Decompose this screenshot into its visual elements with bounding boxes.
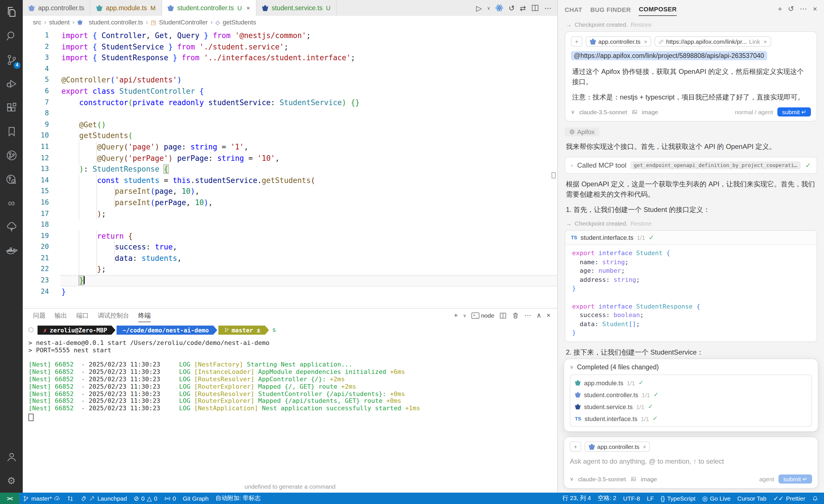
git-compare-item[interactable] [64, 493, 77, 504]
compare-changes-icon[interactable]: ⇄ [520, 4, 526, 12]
eol-item[interactable]: LF [643, 493, 657, 504]
git-history-icon[interactable] [0, 167, 23, 191]
link-pill[interactable]: https://app.apifox.com/link/pr... Link × [655, 36, 771, 46]
tab-terminal[interactable]: 终端 [138, 309, 151, 322]
tab-composer[interactable]: COMPOSER [639, 1, 677, 16]
launchpad-item[interactable]: Launchpad [77, 493, 130, 504]
encoding-item[interactable]: UTF-8 [620, 493, 644, 504]
more-icon[interactable]: ⋯ [524, 311, 531, 319]
mode-label[interactable]: agent [759, 476, 774, 482]
model-dropdown-icon[interactable]: ∨ [570, 476, 574, 482]
changed-file-student.controller.ts[interactable]: student.controller.ts1/1✓ [575, 389, 807, 401]
submit-button[interactable]: submit ↵ [778, 107, 811, 117]
terminal-body[interactable]: ✗ zeroliu@Zero-MBP ~/code/demo/nest-ai-d… [23, 322, 557, 420]
panel-close-icon[interactable]: × [546, 311, 550, 319]
settings-gear-icon[interactable]: ⚙ [0, 469, 23, 493]
tab-chat[interactable]: CHAT [565, 1, 582, 16]
files-icon[interactable] [0, 0, 23, 24]
mention-chip[interactable]: @https://app.apifox.com/link/project/589… [571, 51, 767, 60]
ports-item[interactable]: 0 [161, 493, 180, 504]
model-label[interactable]: claude-3.5-sonnet [578, 476, 626, 482]
node-terminal-item[interactable]: >_ node [472, 312, 494, 319]
editor-scrollbar[interactable] [551, 172, 555, 178]
composer-input-card[interactable]: + app.controller.ts × Ask agent to do an… [563, 436, 818, 489]
command-decoration-icon[interactable] [28, 327, 33, 333]
todo-tree-icon[interactable] [0, 215, 23, 239]
extensions-icon[interactable] [0, 96, 23, 119]
changed-file-app.module.ts[interactable]: app.module.ts1/1✓ [575, 377, 807, 389]
search-icon[interactable] [0, 24, 23, 48]
run-dropdown-icon[interactable]: ∨ [487, 5, 491, 10]
remove-pill-icon[interactable]: × [643, 443, 646, 450]
trash-icon[interactable] [512, 312, 519, 319]
breadcrumb-method[interactable]: getStudents [223, 19, 256, 26]
notifications-item[interactable] [809, 493, 822, 504]
close-tab-icon[interactable]: × [246, 5, 250, 11]
changed-file-student.service.ts[interactable]: student.service.ts1/1✓ [575, 401, 807, 412]
auto-attach-item[interactable]: 自动附加: 带标志 [212, 493, 264, 504]
cursor-position-item[interactable]: 行 23, 列 4 [559, 493, 594, 504]
breadcrumb-class[interactable]: StudentController [159, 19, 208, 26]
split-editor-icon[interactable] [531, 4, 539, 12]
image-button[interactable]: image [642, 109, 658, 115]
remove-pill-icon[interactable]: × [763, 38, 767, 45]
close-panel-icon[interactable]: × [813, 4, 817, 13]
restore-button[interactable]: Restore [631, 21, 652, 28]
model-label[interactable]: claude-3.5-sonnet [579, 109, 627, 115]
indentation-item[interactable]: 空格: 2 [594, 493, 620, 504]
bookmarks-icon[interactable] [0, 119, 23, 143]
code-card-header[interactable]: TS student.interface.ts 1/1 ✓ [565, 231, 817, 245]
infinity-icon[interactable]: ∞ [0, 191, 23, 215]
breadcrumb-src[interactable]: src [33, 19, 41, 26]
add-context-button[interactable]: + [571, 36, 582, 46]
changed-file-student.interface.ts[interactable]: TSstudent.interface.ts1/1✓ [575, 412, 807, 424]
mcp-tool-card[interactable]: › Called MCP tool get_endpoint_openapi_d… [565, 157, 817, 174]
breadcrumb-student[interactable]: student [49, 19, 70, 26]
source-control-icon[interactable]: 4 [0, 48, 23, 72]
prettier-item[interactable]: ✓✓ Prettier [770, 493, 809, 504]
breadcrumb-file[interactable]: student.controller.ts [89, 19, 143, 26]
code-editor[interactable]: 1import { Controller, Get, Query } from … [23, 28, 557, 308]
run-icon[interactable]: ▷ [476, 4, 482, 12]
tab-bug-finder[interactable]: BUG FINDER [590, 1, 631, 16]
remote-indicator[interactable]: >< [0, 493, 19, 504]
problems-item[interactable]: ⊘ 0 △ 0 [130, 493, 161, 504]
git-branch-item[interactable]: master* [19, 493, 64, 504]
tab-ports[interactable]: 端口 [76, 309, 89, 322]
new-terminal-icon[interactable]: + [454, 311, 458, 319]
restore-button[interactable]: Restore [631, 220, 652, 227]
split-terminal-icon[interactable] [499, 312, 507, 319]
account-icon[interactable] [0, 445, 23, 469]
go-live-item[interactable]: ◎ Go Live [699, 493, 734, 504]
more-icon[interactable]: ⋯ [800, 4, 807, 13]
file-pill[interactable]: app.controller.ts × [585, 442, 650, 452]
composer-input-placeholder[interactable]: Ask agent to do anything, @ to mention, … [570, 458, 812, 465]
git-graph-item[interactable]: Git Graph [180, 493, 212, 504]
react-devtools-icon[interactable] [495, 4, 503, 12]
panel-maximize-icon[interactable]: ∧ [536, 311, 541, 319]
timeline-icon[interactable]: ↺ [508, 4, 515, 12]
completed-header[interactable]: ∨ Completed (4 files changed) [570, 364, 812, 370]
new-composer-icon[interactable]: + [778, 4, 782, 13]
mode-label[interactable]: normal / agent [735, 109, 773, 115]
more-actions-icon[interactable]: ⋯ [544, 4, 551, 12]
history-icon[interactable]: ↺ [788, 4, 794, 13]
tab-output[interactable]: 输出 [55, 309, 67, 322]
tab-student.controller.ts[interactable]: student.controller.tsU× [162, 0, 256, 16]
remove-pill-icon[interactable]: × [644, 38, 647, 45]
cursor-tab-item[interactable]: Cursor Tab [734, 493, 770, 504]
image-button[interactable]: image [641, 476, 657, 482]
language-item[interactable]: {} TypeScript [657, 493, 699, 504]
tab-app.controller.ts[interactable]: app.controller.ts [23, 0, 90, 16]
submit-button[interactable]: submit ↵ [779, 475, 812, 484]
tab-debug-console[interactable]: 调试控制台 [98, 309, 129, 322]
git-graph-icon[interactable] [0, 143, 23, 167]
docker-icon[interactable] [0, 239, 23, 262]
tab-app.module.ts[interactable]: app.module.tsM [90, 0, 162, 16]
tab-problems[interactable]: 问题 [33, 309, 45, 322]
add-context-button[interactable]: + [570, 442, 581, 452]
model-dropdown-icon[interactable]: ∨ [571, 109, 575, 115]
tab-student.service.ts[interactable]: student.service.tsU [256, 0, 337, 16]
file-pill[interactable]: app.controller.ts × [586, 36, 651, 46]
terminal-dropdown-icon[interactable]: ∨ [463, 313, 466, 318]
